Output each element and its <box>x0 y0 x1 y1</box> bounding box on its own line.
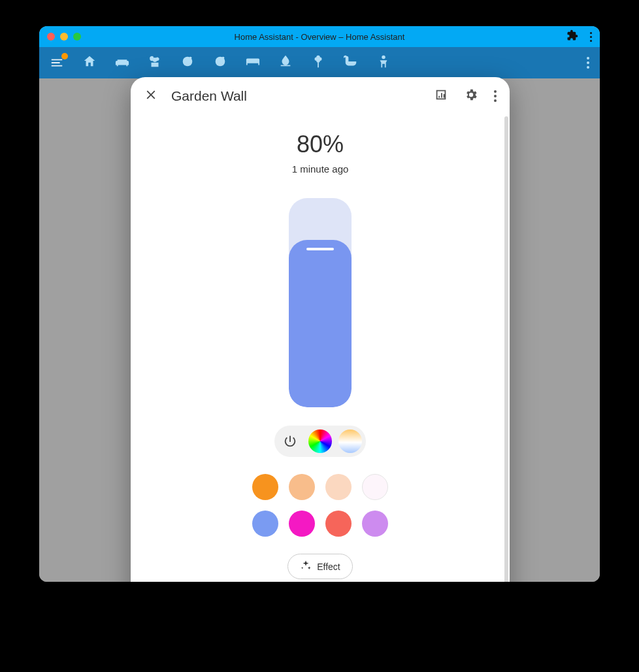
svg-point-1 <box>189 57 192 59</box>
color-swatch-near-white[interactable] <box>362 474 388 500</box>
tab-bathtub-icon[interactable] <box>344 54 358 71</box>
color-swatch-orange[interactable] <box>252 474 278 500</box>
close-icon[interactable] <box>144 88 158 105</box>
color-mode-button[interactable] <box>308 429 332 453</box>
color-swatch-grid <box>252 474 388 537</box>
dialog-overflow-icon[interactable] <box>494 90 497 102</box>
toolbar-overflow-icon[interactable] <box>587 57 589 69</box>
titlebar: Home Assistant - Overview – Home Assista… <box>39 26 600 47</box>
effect-button[interactable]: Effect <box>287 554 353 579</box>
zoom-window-button[interactable] <box>73 33 81 41</box>
tab-flower-icon[interactable] <box>311 54 325 71</box>
svg-point-3 <box>222 57 225 59</box>
app-toolbar <box>39 47 600 78</box>
dialog-title: Garden Wall <box>171 88 247 104</box>
tab-baby1-icon[interactable] <box>180 54 195 71</box>
minimize-window-button[interactable] <box>60 33 68 41</box>
color-swatch-light-peach[interactable] <box>325 474 352 500</box>
last-changed-label: 1 minute ago <box>292 163 349 175</box>
history-icon[interactable] <box>434 88 448 105</box>
tab-sofa-icon[interactable] <box>115 54 129 71</box>
scrollbar[interactable] <box>504 116 508 582</box>
slider-fill <box>289 240 352 407</box>
settings-icon[interactable] <box>464 88 478 105</box>
tab-person-icon[interactable] <box>376 54 391 71</box>
mode-selector <box>274 426 366 457</box>
browser-menu-icon[interactable] <box>590 32 592 42</box>
window-title: Home Assistant - Overview – Home Assista… <box>39 32 600 42</box>
dialog-header: Garden Wall <box>131 77 510 115</box>
svg-point-4 <box>382 56 385 59</box>
color-temp-mode-button[interactable] <box>338 429 362 453</box>
extensions-icon[interactable] <box>566 29 578 44</box>
tab-baby2-icon[interactable] <box>213 54 227 71</box>
sparkle-icon <box>300 560 312 573</box>
tab-home-icon[interactable] <box>82 54 97 71</box>
effect-label: Effect <box>317 562 340 572</box>
color-swatch-periwinkle[interactable] <box>252 511 278 537</box>
power-toggle-button[interactable] <box>278 429 302 453</box>
slider-handle[interactable] <box>306 248 334 250</box>
light-dialog: Garden Wall 80% 1 minute ago <box>131 77 510 582</box>
tab-bed-icon[interactable] <box>246 54 260 71</box>
color-swatch-magenta[interactable] <box>289 511 315 537</box>
brightness-slider[interactable] <box>289 198 352 407</box>
traffic-lights <box>47 33 81 41</box>
dialog-body: 80% 1 minute ago <box>131 115 510 582</box>
sidebar-menu-button[interactable] <box>50 56 64 70</box>
browser-window: Home Assistant - Overview – Home Assista… <box>39 26 600 582</box>
tab-humidity-icon[interactable] <box>278 54 293 71</box>
color-swatch-coral[interactable] <box>325 511 352 537</box>
color-swatch-lavender[interactable] <box>362 511 388 537</box>
brightness-percent: 80% <box>297 131 344 158</box>
notification-badge <box>61 53 68 59</box>
tab-teddy-icon[interactable] <box>148 54 162 71</box>
close-window-button[interactable] <box>47 33 55 41</box>
tab-icons <box>82 54 568 71</box>
color-swatch-peach[interactable] <box>289 474 315 500</box>
